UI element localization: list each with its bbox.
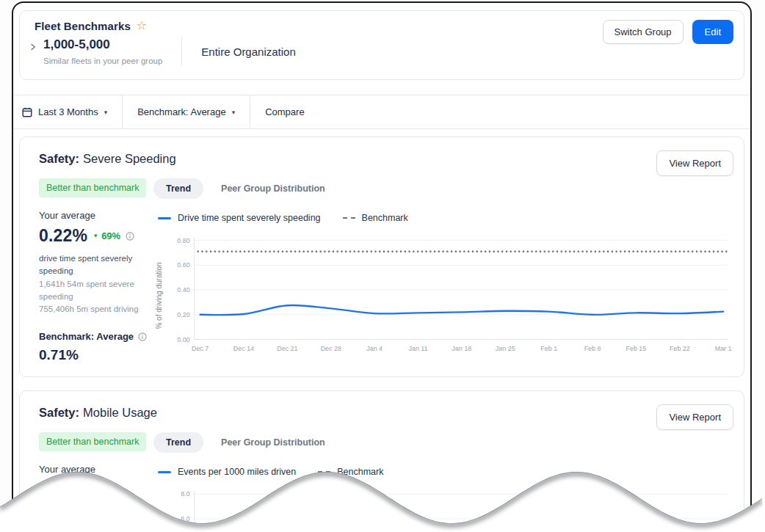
mobile-usage-card: Safety:Mobile Usage View Report Better t… (19, 390, 744, 532)
legend-series: Drive time spent severely speeding (158, 213, 321, 223)
page-title: Fleet Benchmarks (35, 20, 131, 32)
card-category: Safety: (39, 406, 79, 419)
peer-group-caption: Similar fleets in your peer group (43, 57, 162, 65)
metric-description: drive time spent severely speeding (39, 252, 149, 278)
divider (181, 37, 182, 65)
benchmark-value: 0.71% (39, 347, 153, 363)
date-range-dropdown[interactable]: Last 3 Months ▾ (13, 95, 122, 128)
view-report-button[interactable]: View Report (656, 150, 733, 176)
favorite-star-icon[interactable]: ☆ (137, 20, 147, 32)
tab-trend[interactable]: Trend (153, 178, 203, 199)
filter-bar: Last 3 Months ▾ Benchmark: Average ▾ Com… (13, 95, 750, 129)
your-average-label: Your average (39, 210, 153, 221)
your-average-label: Your average (39, 464, 153, 475)
svg-text:Dec 7: Dec 7 (192, 345, 209, 352)
compare-label: Compare (265, 106, 304, 117)
info-icon[interactable] (138, 332, 147, 341)
edit-button[interactable]: Edit (692, 20, 733, 44)
svg-text:Jan 18: Jan 18 (452, 345, 471, 352)
date-range-label: Last 3 Months (38, 106, 98, 117)
svg-text:Jan 11: Jan 11 (408, 345, 427, 352)
card-metric-name: Severe Speeding (83, 152, 176, 165)
y-axis-title: % of driving duration (153, 233, 164, 359)
svg-text:0.60: 0.60 (177, 261, 189, 269)
detail-line: 1,641h 54m spent severe speeding (39, 278, 156, 304)
peer-group-block: 1,000-5,000 Similar fleets in your peer … (43, 37, 162, 65)
change-value: 69% (101, 230, 120, 241)
svg-text:0.20: 0.20 (177, 311, 189, 318)
chart-legend: Drive time spent severely speeding Bench… (158, 213, 733, 223)
change-indicator: ▼ 69% (93, 230, 120, 241)
benchmark-dropdown[interactable]: Benchmark: Average ▾ (123, 95, 250, 128)
scope-label: Entire Organization (201, 45, 295, 58)
svg-text:Feb 1: Feb 1 (540, 345, 557, 352)
benchmark-label-row: Benchmark: Average (39, 331, 153, 342)
svg-text:0.80: 0.80 (177, 237, 189, 244)
svg-text:8.0: 8.0 (181, 491, 189, 498)
switch-group-button[interactable]: Switch Group (603, 20, 684, 44)
severe-speeding-card: Safety:Severe Speeding View Report Bette… (19, 136, 744, 377)
card-metric-name: Mobile Usage (83, 406, 157, 419)
detail-line: 755,406h 5m spent driving (39, 303, 156, 316)
svg-text:Feb 15: Feb 15 (626, 345, 646, 352)
svg-text:Feb 8: Feb 8 (584, 345, 601, 352)
fleet-benchmarks-header: Fleet Benchmarks ☆ 1,000-5,000 Similar f… (19, 10, 744, 80)
your-average-value: 0.22% (39, 226, 87, 246)
svg-text:Dec 28: Dec 28 (321, 345, 341, 352)
legend-benchmark: Benchmark (343, 213, 408, 223)
benchmark-dropdown-label: Benchmark: Average (137, 106, 225, 117)
legend-series: Events per 1000 miles driven (158, 467, 296, 477)
card-category: Safety: (39, 152, 79, 165)
compare-button[interactable]: Compare (250, 95, 319, 128)
line-swatch-icon (158, 471, 171, 473)
dash-swatch-icon (343, 217, 355, 219)
status-badge: Better than benchmark (39, 178, 146, 197)
legend-label: Events per 1000 miles driven (178, 467, 296, 477)
svg-text:0.40: 0.40 (177, 286, 189, 294)
svg-text:0.00: 0.00 (177, 336, 189, 343)
svg-text:Jan 4: Jan 4 (366, 345, 382, 352)
triangle-down-icon: ▼ (93, 233, 98, 239)
svg-text:Jan 25: Jan 25 (496, 345, 515, 352)
svg-text:Mar 1: Mar 1 (715, 345, 732, 352)
chevron-down-icon: ▾ (104, 109, 108, 116)
y-axis-title (153, 487, 164, 532)
calendar-icon (22, 107, 32, 117)
benchmark-label: Benchmark: Average (39, 331, 134, 342)
card-tabs: Trend Peer Group Distribution (153, 432, 733, 453)
legend-label: Benchmark (362, 213, 408, 223)
legend-label: Drive time spent severely speeding (178, 213, 321, 223)
chevron-down-icon: ▾ (232, 109, 236, 116)
view-report-button[interactable]: View Report (656, 404, 733, 430)
info-icon[interactable] (126, 232, 134, 241)
legend-label: Benchmark (337, 467, 383, 477)
tab-trend[interactable]: Trend (153, 432, 203, 453)
svg-text:Dec 14: Dec 14 (233, 345, 254, 352)
peer-group-size: 1,000-5,000 (43, 37, 162, 52)
svg-text:Feb 22: Feb 22 (670, 345, 690, 352)
app-frame: Fleet Benchmarks ☆ 1,000-5,000 Similar f… (12, 1, 752, 532)
line-swatch-icon (158, 217, 171, 219)
chevron-right-icon[interactable] (29, 43, 37, 51)
card-title: Safety:Mobile Usage (29, 406, 733, 420)
svg-text:Dec 21: Dec 21 (277, 345, 297, 352)
dash-swatch-icon (318, 471, 330, 473)
mobile-usage-trend-chart: 8.06.0 (164, 487, 733, 532)
svg-text:6.0: 6.0 (181, 515, 189, 522)
tab-peer-group-distribution[interactable]: Peer Group Distribution (221, 183, 325, 194)
card-title: Safety:Severe Speeding (29, 152, 733, 166)
card-tabs: Trend Peer Group Distribution (153, 178, 733, 199)
tab-peer-group-distribution[interactable]: Peer Group Distribution (221, 437, 325, 448)
legend-benchmark: Benchmark (318, 467, 383, 477)
severe-speeding-trend-chart: 0.000.200.400.600.80Dec 7Dec 14Dec 21Dec… (164, 233, 733, 359)
chart-legend: Events per 1000 miles driven Benchmark (158, 467, 733, 477)
status-badge: Better than benchmark (39, 432, 146, 451)
